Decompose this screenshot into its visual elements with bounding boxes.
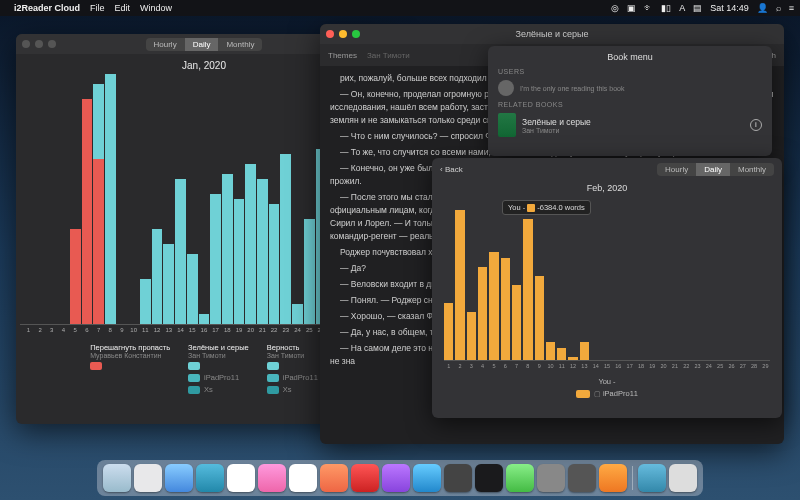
dock-ireader[interactable] xyxy=(599,464,627,492)
bar-day-13[interactable] xyxy=(163,244,174,324)
reader-title: Зелёные и серые xyxy=(320,29,784,39)
menu-edit[interactable]: Edit xyxy=(115,3,131,13)
dock-music[interactable] xyxy=(351,464,379,492)
dock-app[interactable] xyxy=(134,464,162,492)
legend-book[interactable]: Зелёные и серыеЗан ТимотиiPadPro11Xs xyxy=(188,343,249,394)
bar-day-2[interactable] xyxy=(455,210,464,360)
reader-titlebar[interactable]: Зелёные и серые xyxy=(320,24,784,44)
related-book-row[interactable]: Зелёные и серые Зан Тимоти i xyxy=(488,110,772,140)
bar-day-24[interactable] xyxy=(292,304,303,324)
dock-app[interactable] xyxy=(568,464,596,492)
bar-day-6[interactable] xyxy=(501,258,510,360)
seg-monthly[interactable]: Monthly xyxy=(218,38,262,51)
related-title: Зелёные и серые xyxy=(522,117,591,127)
menubar-status: ◎ ▣ ᯤ ▮▯ A ▤ Sat 14:49 👤 ⌕ ≡ xyxy=(611,3,794,13)
bar-day-3[interactable] xyxy=(467,312,476,360)
related-author: Зан Тимоти xyxy=(522,127,591,134)
bar-day-5[interactable] xyxy=(489,252,498,360)
dock-app[interactable] xyxy=(506,464,534,492)
bar-day-16[interactable] xyxy=(199,314,210,324)
app-name[interactable]: i2Reader Cloud xyxy=(14,3,80,13)
bar-day-7[interactable] xyxy=(93,84,104,324)
bar-day-14[interactable] xyxy=(175,179,186,324)
dock-app[interactable] xyxy=(227,464,255,492)
bar-day-5[interactable] xyxy=(70,229,81,324)
users-section-label: USERS xyxy=(488,66,772,77)
bar-day-4[interactable] xyxy=(478,267,487,360)
user-icon[interactable]: 👤 xyxy=(757,3,768,13)
bar-day-11[interactable] xyxy=(140,279,151,324)
clock[interactable]: Sat 14:49 xyxy=(710,3,749,13)
dseg-hourly[interactable]: Hourly xyxy=(657,163,696,176)
detail-xaxis: 1234567891011121314151617181920212223242… xyxy=(444,363,770,369)
menubar: i2Reader Cloud File Edit Window ◎ ▣ ᯤ ▮▯… xyxy=(0,0,800,16)
dock-downloads[interactable] xyxy=(638,464,666,492)
dock-finder[interactable] xyxy=(103,464,131,492)
book-menu-popover: Book menu USERS I'm the only one reading… xyxy=(488,46,772,156)
siri-icon[interactable]: ≡ xyxy=(789,3,794,13)
dock-appstore[interactable] xyxy=(413,464,441,492)
detail-title: Feb, 2020 xyxy=(432,183,782,193)
dock-safari[interactable] xyxy=(165,464,193,492)
bar-day-18[interactable] xyxy=(222,174,233,324)
dock-app[interactable] xyxy=(320,464,348,492)
dock xyxy=(97,460,703,496)
user-row[interactable]: I'm the only one reading this book xyxy=(488,77,772,99)
bar-day-11[interactable] xyxy=(557,348,566,360)
book-cover xyxy=(498,113,516,137)
bar-day-17[interactable] xyxy=(210,194,221,324)
related-section-label: RELATED BOOKS xyxy=(488,99,772,110)
bar-day-10[interactable] xyxy=(546,342,555,360)
dock-mail[interactable] xyxy=(196,464,224,492)
detail-legend: You - ▢ iPadPro11 xyxy=(432,377,782,398)
bar-day-6[interactable] xyxy=(82,99,93,324)
menu-window[interactable]: Window xyxy=(140,3,172,13)
stats-range-segment[interactable]: Hourly Daily Monthly xyxy=(146,38,263,51)
dock-app[interactable] xyxy=(382,464,410,492)
bar-day-22[interactable] xyxy=(269,204,280,324)
detail-range-segment[interactable]: Hourly Daily Monthly xyxy=(657,163,774,176)
bar-day-23[interactable] xyxy=(280,154,291,324)
bar-day-15[interactable] xyxy=(187,254,198,324)
stats-detail-popover: ‹ Back Hourly Daily Monthly Feb, 2020 Yo… xyxy=(432,158,782,418)
wifi-icon[interactable]: ᯤ xyxy=(644,3,653,13)
bar-day-12[interactable] xyxy=(568,357,577,360)
bar-day-20[interactable] xyxy=(245,164,256,324)
bar-day-12[interactable] xyxy=(152,229,163,324)
dseg-monthly[interactable]: Monthly xyxy=(730,163,774,176)
bar-day-9[interactable] xyxy=(535,276,544,360)
detail-chart xyxy=(444,211,770,361)
input-icon[interactable]: A xyxy=(679,3,685,13)
legend-book[interactable]: ВерностьЗан ТимотиiPadPro11Xs xyxy=(267,343,318,394)
bar-day-8[interactable] xyxy=(105,74,116,324)
bar-day-21[interactable] xyxy=(257,179,268,324)
seg-hourly[interactable]: Hourly xyxy=(146,38,185,51)
dock-tv[interactable] xyxy=(475,464,503,492)
seg-daily[interactable]: Daily xyxy=(185,38,219,51)
bar-day-13[interactable] xyxy=(580,342,589,360)
bar-day-25[interactable] xyxy=(304,219,315,324)
status-icon[interactable]: ◎ xyxy=(611,3,619,13)
back-button[interactable]: ‹ Back xyxy=(440,165,463,174)
dock-settings[interactable] xyxy=(537,464,565,492)
flag-icon[interactable]: ▤ xyxy=(693,3,702,13)
avatar xyxy=(498,80,514,96)
bar-day-7[interactable] xyxy=(512,285,521,360)
menu-file[interactable]: File xyxy=(90,3,105,13)
airplay-icon[interactable]: ▣ xyxy=(627,3,636,13)
dock-trash[interactable] xyxy=(669,464,697,492)
spotlight-icon[interactable]: ⌕ xyxy=(776,3,781,13)
dock-calendar[interactable] xyxy=(289,464,317,492)
toolbar-themes[interactable]: Themes xyxy=(328,51,357,60)
bar-day-19[interactable] xyxy=(234,199,245,324)
info-icon[interactable]: i xyxy=(750,119,762,131)
dock-app[interactable] xyxy=(258,464,286,492)
legend-book[interactable]: Перешагнуть пропастьМуравьев Константин xyxy=(90,343,170,394)
dseg-daily[interactable]: Daily xyxy=(696,163,730,176)
battery-icon[interactable]: ▮▯ xyxy=(661,3,671,13)
book-menu-title: Book menu xyxy=(488,50,772,66)
dock-app[interactable] xyxy=(444,464,472,492)
bar-day-8[interactable] xyxy=(523,219,532,360)
bar-day-1[interactable] xyxy=(444,303,453,360)
